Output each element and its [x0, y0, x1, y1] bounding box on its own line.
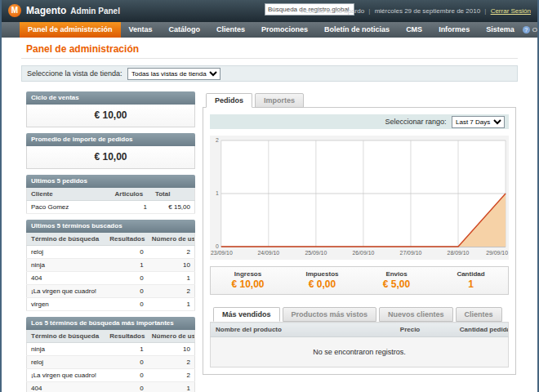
sales-cycle-title: Ciclo de ventas	[26, 91, 195, 105]
separator: |	[368, 7, 370, 15]
help-label: Obtener ayuda para esta página	[532, 26, 539, 33]
table-row[interactable]: Paco Gomez1€ 15,00	[27, 201, 195, 214]
row-value-cell: 10	[148, 343, 195, 356]
stat-impuestos: Impuestos€ 0,00	[285, 267, 359, 294]
left-column: Ciclo de ventas € 10,00 Promedio de impo…	[26, 91, 195, 392]
sales-cycle-value: € 10,00	[26, 105, 195, 127]
store-view-select[interactable]: Todas las vistas de tienda	[127, 68, 220, 80]
range-selector-bar: Seleccionar rango: Last 7 Days	[210, 114, 509, 129]
row-value-cell: 2	[148, 285, 195, 298]
row-label-cell: ninja	[27, 343, 106, 356]
column-header-resultados: Resultados	[105, 233, 148, 246]
products-table: Nombre del productoPrecioCantidad pedida…	[210, 322, 509, 368]
tab-pedidos[interactable]: Pedidos	[206, 93, 252, 108]
last-search-terms-title: Ultimos 5 términos buscados	[26, 220, 195, 233]
logout-link[interactable]: Cerrar Sesión	[491, 7, 531, 15]
nav-item-sistema[interactable]: Sistema	[478, 22, 523, 38]
svg-text:23/09/10: 23/09/10	[211, 250, 233, 256]
last-orders-title: Ultimos 5 pedidos	[26, 175, 195, 188]
store-view-bar: Seleccione la vista de tienda: Todas las…	[21, 65, 518, 82]
table-row[interactable]: 40401	[27, 272, 195, 285]
table-row[interactable]: virgen01	[27, 298, 195, 311]
column-header-total: Total	[151, 188, 195, 201]
stat-cantidad: Cantidad1	[434, 267, 508, 294]
empty-records-message: No se encontraron registros.	[211, 337, 509, 368]
row-value-cell: 2	[148, 369, 195, 382]
stat-label: Envios	[359, 270, 434, 278]
sales-cycle-panel: Ciclo de ventas € 10,00	[26, 91, 195, 127]
svg-text:26/09/10: 26/09/10	[353, 250, 375, 256]
row-value-cell: € 15,00	[151, 201, 195, 214]
top-search-terms-table: Término de búsquedaResultadosNúmero de u…	[26, 330, 195, 392]
nav-item-informes[interactable]: Informes	[430, 22, 478, 38]
row-value-cell: 10	[148, 259, 195, 272]
avg-order-title: Promedio de importe de pedidos	[26, 133, 195, 146]
row-value-cell: 0	[105, 285, 148, 298]
avg-order-value: € 10,00	[26, 146, 195, 169]
table-row[interactable]: ninja110	[27, 343, 195, 356]
range-select[interactable]: Last 7 Days	[452, 116, 505, 128]
stat-value: € 5,00	[359, 278, 434, 290]
header-date: miércoles 29 de septiembre de 2010	[375, 7, 480, 15]
magento-logo-icon: M	[8, 4, 21, 17]
nav-item-cat-logo[interactable]: Catálogo	[161, 22, 209, 38]
logged-in-text: Accedió como apardo	[301, 7, 364, 15]
stat-value: € 10,00	[211, 278, 285, 290]
row-value-cell: 0	[105, 246, 148, 259]
last-search-terms-panel: Ultimos 5 términos buscados Término de b…	[26, 220, 195, 311]
nav-item-bolet-n-de-noticias[interactable]: Boletín de noticias	[316, 22, 398, 38]
totals-bar: Ingresos€ 10,00Impuestos€ 0,00Envios€ 5,…	[210, 266, 509, 295]
page-title: Panel de administración	[26, 43, 139, 55]
row-label-cell: Paco Gomez	[27, 201, 111, 214]
row-label-cell: ¡La virgen que cuadro!	[27, 369, 106, 382]
stat-ingresos: Ingresos€ 10,00	[211, 267, 285, 294]
table-row[interactable]: ninja110	[27, 259, 195, 272]
stat-envios: Envios€ 5,00	[359, 267, 434, 294]
nav-item-cms[interactable]: CMS	[398, 22, 430, 38]
table-row[interactable]: reloj02	[27, 246, 195, 259]
column-header-resultados: Resultados	[105, 330, 148, 343]
nav-item-promociones[interactable]: Promociones	[253, 22, 316, 38]
svg-text:2: 2	[216, 137, 219, 143]
table-row[interactable]: reloj02	[27, 356, 195, 369]
row-value-cell: 0	[105, 272, 148, 285]
help-icon: ?	[523, 26, 530, 33]
svg-text:28/09/10: 28/09/10	[448, 250, 470, 256]
row-value-cell: 0	[105, 382, 148, 392]
dashboard-report-box: Seleccionar rango: Last 7 Days 01223/09/…	[203, 107, 516, 375]
chart-area: 01223/09/1024/09/1025/09/1026/09/1027/09…	[210, 136, 509, 260]
column-header-nombre-del-producto: Nombre del producto	[211, 323, 395, 337]
tab-nuevos-clientes[interactable]: Nuevos clientes	[379, 307, 453, 322]
table-row[interactable]: 40401	[27, 382, 195, 392]
column-header-cantidad-pedida: Cantidad pedida	[455, 323, 509, 337]
tab-importes[interactable]: Importes	[255, 93, 304, 108]
svg-text:27/09/10: 27/09/10	[400, 250, 422, 256]
row-value-cell: 1	[148, 272, 195, 285]
row-value-cell: 0	[105, 298, 148, 311]
range-label: Seleccionar rango:	[385, 118, 446, 126]
tab-m-s-vendidos[interactable]: Más vendidos	[213, 307, 280, 322]
store-view-label: Seleccione la vista de tienda:	[27, 69, 122, 78]
table-row[interactable]: ¡La virgen que cuadro!02	[27, 285, 195, 298]
avg-order-panel: Promedio de importe de pedidos € 10,00	[26, 133, 195, 169]
row-label-cell: ¡La virgen que cuadro!	[27, 285, 106, 298]
tab-clientes[interactable]: Clientes	[456, 307, 502, 322]
tab-productos-m-s-vistos[interactable]: Productos más vistos	[283, 307, 377, 322]
orders-chart: 01223/09/1024/09/1025/09/1026/09/1027/09…	[210, 136, 509, 260]
row-value-cell: 1	[111, 201, 151, 214]
row-label-cell: reloj	[27, 246, 106, 259]
nav-item-clientes[interactable]: Clientes	[208, 22, 253, 38]
svg-text:25/09/10: 25/09/10	[305, 250, 327, 256]
help-link[interactable]: ?Obtener ayuda para esta página	[523, 22, 539, 38]
magento-admin-page: M Magento Admin Panel Accedió como apard…	[0, 0, 539, 392]
nav-item-ventas[interactable]: Ventas	[121, 22, 161, 38]
row-value-cell: 1	[148, 298, 195, 311]
stat-value: 1	[434, 278, 508, 290]
row-value-cell: 2	[148, 356, 195, 369]
table-row[interactable]: ¡La virgen que cuadro!02	[27, 369, 195, 382]
nav-item-panel-de-administraci-n[interactable]: Panel de administración	[20, 22, 121, 38]
last-orders-table: ClienteArticulosTotalPaco Gomez1€ 15,00	[26, 188, 195, 214]
stat-value: € 0,00	[285, 278, 359, 290]
right-column: PedidosImportes Seleccionar rango: Last …	[203, 91, 516, 375]
row-value-cell: 1	[105, 259, 148, 272]
